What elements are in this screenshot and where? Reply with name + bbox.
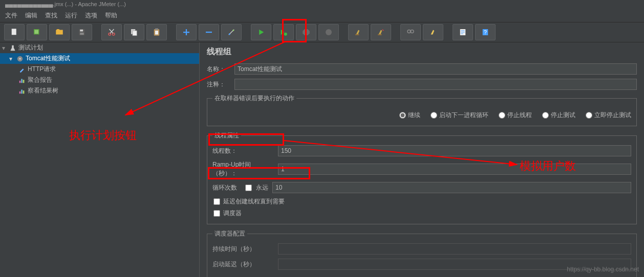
radio-stop-thread[interactable]: 停止线程 [499, 111, 532, 120]
shutdown-button[interactable] [318, 24, 339, 40]
expand-button[interactable] [176, 24, 197, 40]
save-button[interactable] [72, 24, 92, 40]
radio-next-loop[interactable]: 启动下一进程循环 [431, 111, 488, 120]
svg-point-16 [326, 29, 332, 35]
templates-button[interactable] [27, 24, 47, 40]
svg-rect-29 [19, 91, 21, 93]
svg-rect-2 [35, 30, 39, 34]
svg-rect-18 [378, 34, 382, 35]
svg-rect-31 [23, 90, 25, 94]
svg-text:?: ? [484, 29, 487, 35]
svg-point-13 [229, 33, 230, 35]
clear-button[interactable] [348, 24, 369, 40]
copy-button[interactable] [124, 24, 144, 40]
menu-options[interactable]: 选项 [85, 11, 97, 20]
duration-input [278, 243, 631, 255]
loop-label: 循环次数 [212, 183, 241, 192]
tree-http-request[interactable]: HTTP请求 [0, 64, 199, 75]
cut-button[interactable] [101, 24, 122, 40]
sched-legend: 调度器配置 [212, 229, 247, 238]
menu-help[interactable]: 帮助 [105, 11, 117, 20]
svg-point-14 [232, 30, 234, 31]
menu-edit[interactable]: 编辑 [25, 11, 37, 20]
menu-search[interactable]: 查找 [45, 11, 57, 20]
title-bar: ▄▄▄▄▄▄▄▄▄▄▄▄.jmx (...) - Apache JMeter (… [0, 0, 644, 9]
svg-rect-0 [12, 29, 16, 35]
clear-all-button[interactable] [371, 24, 391, 40]
chart-icon [18, 87, 26, 95]
forever-checkbox[interactable] [245, 184, 252, 191]
right-panel: 线程组 名称： 注释： 在取样器错误后要执行的动作 继续 启动下一进程循环 停止… [200, 42, 644, 277]
radio-continue[interactable]: 继续 [399, 111, 420, 120]
delay-label: 延迟创建线程直到需要 [223, 197, 285, 206]
svg-rect-17 [355, 34, 359, 35]
svg-point-25 [19, 58, 21, 60]
paste-button[interactable] [146, 24, 167, 40]
thread-legend: 线程属性 [212, 131, 241, 140]
name-label: 名称： [207, 65, 231, 74]
search-button[interactable] [400, 24, 421, 40]
comment-input[interactable] [234, 79, 637, 90]
startdelay-label: 启动延迟（秒） [212, 260, 274, 269]
open-button[interactable] [49, 24, 70, 40]
reset-search-button[interactable] [423, 24, 443, 40]
new-button[interactable] [4, 24, 25, 40]
svg-point-15 [284, 33, 287, 36]
tree-aggregate-report[interactable]: 聚合报告 [0, 75, 199, 85]
delay-checkbox[interactable] [213, 198, 220, 205]
svg-rect-12 [155, 31, 158, 35]
menubar: 文件 编辑 查找 运行 选项 帮助 [0, 9, 644, 22]
radio-stop-now[interactable]: 立即停止测试 [586, 111, 631, 120]
loop-input[interactable] [272, 182, 631, 193]
panel-title: 线程组 [207, 47, 637, 57]
name-input[interactable] [234, 63, 637, 75]
forever-label: 永远 [256, 183, 268, 192]
menu-file[interactable]: 文件 [5, 11, 17, 20]
gear-icon [16, 55, 24, 62]
tree-panel: ▾ 测试计划 ▾ Tomcat性能测试 HTTP请求 聚合报告 察看结果树 [0, 42, 200, 277]
thread-props-fieldset: 线程属性 线程数： Ramp-Up时间（秒）： 循环次数 永远 延迟创建线程直到… [207, 131, 637, 224]
radio-stop-test[interactable]: 停止测试 [542, 111, 575, 120]
function-helper-button[interactable] [453, 24, 473, 40]
threads-input[interactable] [278, 145, 631, 156]
scheduler-label: 调度器 [223, 209, 242, 218]
tree-test-plan[interactable]: ▾ 测试计划 [0, 42, 199, 53]
stop-button[interactable] [296, 24, 316, 40]
svg-rect-28 [23, 80, 25, 83]
ramp-input[interactable] [278, 164, 631, 175]
scheduler-checkbox[interactable] [213, 210, 220, 217]
start-button[interactable] [251, 24, 271, 40]
threads-label: 线程数： [212, 147, 274, 155]
duration-label: 持续时间（秒） [212, 245, 274, 253]
tree-thread-group[interactable]: ▾ Tomcat性能测试 [0, 53, 199, 64]
svg-rect-30 [21, 89, 23, 94]
comment-label: 注释： [207, 80, 231, 89]
svg-rect-27 [21, 79, 23, 83]
svg-rect-9 [133, 31, 137, 36]
svg-rect-26 [19, 80, 21, 82]
menu-run[interactable]: 运行 [65, 11, 77, 20]
tree-view-results[interactable]: 察看结果树 [0, 85, 199, 96]
start-no-pause-button[interactable] [273, 24, 294, 40]
svg-rect-5 [80, 33, 84, 35]
svg-rect-11 [155, 29, 158, 30]
chart-icon [18, 77, 26, 84]
toggle-button[interactable] [221, 24, 242, 40]
svg-rect-4 [80, 30, 83, 32]
collapse-button[interactable] [199, 24, 219, 40]
pipette-icon [18, 66, 26, 73]
help-button[interactable]: ? [475, 24, 496, 40]
error-legend: 在取样器错误后要执行的动作 [212, 94, 296, 103]
watermark: https://qy-bb.blog.csdn.net [567, 266, 639, 273]
ramp-label: Ramp-Up时间（秒）： [212, 160, 274, 178]
beaker-icon [9, 44, 16, 52]
toolbar: ? [0, 22, 644, 42]
error-action-fieldset: 在取样器错误后要执行的动作 继续 启动下一进程循环 停止线程 停止测试 立即停止… [207, 94, 637, 126]
